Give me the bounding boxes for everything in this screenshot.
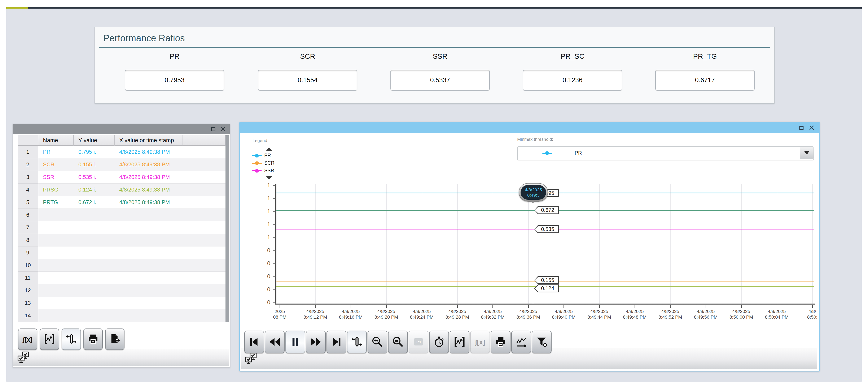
table-cell[interactable] — [183, 196, 225, 209]
table-cell[interactable] — [183, 209, 225, 221]
table-cell[interactable]: PRTG — [38, 196, 74, 209]
table-cell[interactable] — [183, 184, 225, 196]
table-cell[interactable] — [74, 234, 115, 247]
table-cell[interactable] — [183, 272, 225, 284]
column-header[interactable]: Y value — [74, 135, 115, 146]
table-cell[interactable]: 0.155 i. — [74, 158, 115, 171]
column-header[interactable]: X value or time stamp — [115, 135, 183, 146]
table-cell[interactable] — [38, 247, 74, 259]
table-cell[interactable] — [74, 309, 115, 322]
table-cell[interactable] — [183, 259, 225, 272]
table-cell[interactable] — [115, 284, 183, 297]
table-cell[interactable] — [74, 272, 115, 284]
column-header[interactable]: Name — [38, 135, 74, 146]
table-cell[interactable]: 4/8/2025 8:49:38 PM — [115, 184, 183, 196]
table-cell[interactable] — [115, 272, 183, 284]
table-cell[interactable] — [115, 297, 183, 309]
table-cell[interactable] — [183, 297, 225, 309]
ruler-button[interactable] — [62, 329, 81, 350]
x-tickmark — [706, 305, 706, 308]
legend-item-scr[interactable]: SCR — [252, 160, 275, 166]
threshold-selected-value: PR — [575, 150, 582, 156]
export-data-button[interactable] — [105, 329, 124, 350]
legend-item-pr[interactable]: PR — [252, 153, 271, 158]
export-trend-button[interactable] — [511, 331, 531, 353]
x-tickmark — [528, 305, 529, 308]
table-cell[interactable] — [115, 309, 183, 322]
statistics-button[interactable]: ∫[x] — [18, 329, 37, 350]
filter-button[interactable] — [532, 331, 552, 353]
table-cell[interactable] — [183, 171, 225, 184]
table-cell[interactable] — [183, 234, 225, 247]
forward-button[interactable] — [306, 331, 326, 353]
print-button[interactable] — [491, 331, 510, 353]
ruler-button[interactable] — [347, 331, 367, 353]
table-cell[interactable] — [115, 234, 183, 247]
table-cell[interactable] — [115, 209, 183, 221]
table-cell[interactable] — [74, 247, 115, 259]
table-cell[interactable]: SSR — [38, 171, 74, 184]
table-cell[interactable]: PR — [38, 146, 74, 158]
top-accent-bar — [6, 7, 28, 9]
close-icon[interactable] — [220, 126, 226, 133]
table-cell[interactable] — [38, 297, 74, 309]
table-scrollbar[interactable] — [225, 135, 229, 322]
table-cell[interactable] — [115, 221, 183, 234]
table-cell[interactable] — [38, 259, 74, 272]
table-cell[interactable] — [74, 209, 115, 221]
zoom-time-button[interactable] — [368, 331, 387, 353]
statistics-range-button[interactable] — [40, 329, 59, 350]
table-cell[interactable] — [38, 209, 74, 221]
table-cell[interactable] — [183, 158, 225, 171]
table-cell[interactable]: 4/8/2025 8:49:38 PM — [115, 196, 183, 209]
table-cell[interactable] — [183, 284, 225, 297]
table-cell[interactable] — [74, 297, 115, 309]
table-cell[interactable] — [115, 259, 183, 272]
value-range-button[interactable] — [450, 331, 469, 353]
table-cell[interactable]: 4/8/2025 8:49:38 PM — [115, 158, 183, 171]
table-cell[interactable] — [38, 272, 74, 284]
legend-scroll-down[interactable] — [266, 176, 272, 180]
ruler-cursor[interactable] — [533, 201, 533, 304]
legend-scroll-up[interactable] — [266, 147, 272, 151]
table-cell[interactable] — [74, 259, 115, 272]
table-cell[interactable] — [74, 284, 115, 297]
table-cell[interactable] — [183, 146, 225, 158]
go-last-button[interactable] — [327, 331, 346, 353]
go-first-button[interactable] — [244, 331, 264, 353]
table-cell[interactable] — [38, 284, 74, 297]
maximize-icon[interactable] — [210, 126, 217, 133]
table-cell[interactable] — [115, 247, 183, 259]
zoom-time-icon — [371, 336, 383, 348]
maximize-icon[interactable] — [798, 124, 805, 131]
table-cell[interactable] — [38, 234, 74, 247]
table-cell[interactable]: 0.672 i. — [74, 196, 115, 209]
x-tickmark — [457, 305, 458, 308]
table-cell[interactable]: 4/8/2025 8:49:38 PM — [115, 171, 183, 184]
threshold-dropdown[interactable]: PR — [517, 146, 814, 160]
table-cell[interactable]: 0.124 i. — [74, 184, 115, 196]
table-cell[interactable] — [183, 247, 225, 259]
table-cell[interactable] — [74, 221, 115, 234]
table-cell[interactable]: 0.535 i. — [74, 171, 115, 184]
close-icon[interactable] — [808, 124, 815, 131]
table-cell[interactable] — [38, 221, 74, 234]
table-cell[interactable]: 4/8/2025 8:49:38 PM — [115, 146, 183, 158]
threshold-dropdown-button[interactable] — [800, 147, 813, 159]
table-cell[interactable] — [183, 309, 225, 322]
rewind-button[interactable] — [265, 331, 285, 353]
table-cell[interactable] — [183, 221, 225, 234]
zoom-area-button[interactable] — [388, 331, 408, 353]
legend-item-ssr[interactable]: SSR — [252, 168, 274, 173]
table-cell[interactable]: 0.795 i. — [74, 146, 115, 158]
table-cell[interactable]: PRSC — [38, 184, 74, 196]
print-button[interactable] — [84, 329, 103, 350]
ruler-handle[interactable]: 4/8/20258:49:3 — [519, 183, 548, 202]
time-range-button[interactable] — [429, 331, 449, 353]
table-cell[interactable] — [38, 309, 74, 322]
x-tickmark — [350, 305, 351, 308]
table-cell[interactable]: SCR — [38, 158, 74, 171]
column-header[interactable] — [18, 135, 38, 146]
pause-button[interactable] — [285, 331, 305, 353]
column-header[interactable] — [183, 135, 225, 146]
